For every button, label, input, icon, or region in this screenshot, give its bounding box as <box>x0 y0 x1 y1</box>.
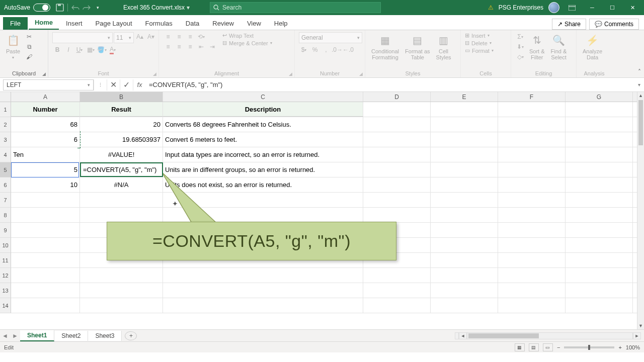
font-name-combo[interactable]: ▾ <box>52 32 113 43</box>
cell-a5[interactable]: 5 <box>11 162 80 177</box>
close-button[interactable]: ✕ <box>625 3 640 13</box>
cell[interactable] <box>566 283 633 298</box>
font-size-combo[interactable]: 11▾ <box>114 32 134 43</box>
clear-icon[interactable]: ◇▾ <box>515 52 525 61</box>
comments-button[interactable]: 💬Comments <box>589 19 639 30</box>
tab-insert[interactable]: Insert <box>60 17 89 30</box>
cell[interactable] <box>431 238 498 252</box>
cell[interactable] <box>431 102 498 117</box>
scroll-thumb[interactable] <box>638 100 643 145</box>
col-header-g[interactable]: G <box>566 92 633 102</box>
cell[interactable]: Number <box>11 102 80 117</box>
fill-icon[interactable]: ⬇▾ <box>515 42 525 51</box>
cell[interactable] <box>363 193 431 207</box>
redo-icon[interactable] <box>81 2 92 13</box>
cell[interactable] <box>11 208 80 222</box>
tab-view[interactable]: View <box>241 17 267 30</box>
cell-styles-button[interactable]: ▥Cell Styles <box>434 32 453 61</box>
page-break-view-icon[interactable]: ▭ <box>543 343 553 351</box>
active-cell[interactable]: =CONVERT(A5, "g", "m") <box>80 162 163 177</box>
cut-icon[interactable]: ✂ <box>24 32 34 41</box>
cell[interactable] <box>498 298 566 313</box>
bold-button[interactable]: B <box>52 45 62 54</box>
file-tab[interactable]: File <box>3 17 28 30</box>
cell[interactable]: 68 <box>11 117 80 132</box>
cell[interactable] <box>566 177 633 192</box>
horizontal-scrollbar[interactable]: ◄ ► <box>455 332 641 339</box>
formula-input[interactable] <box>146 79 634 90</box>
insert-cells-button[interactable]: ⊞Insert▾ <box>465 32 490 39</box>
clipboard-dialog-icon[interactable]: ◢ <box>42 71 46 76</box>
cell[interactable] <box>566 147 633 162</box>
wrap-text-button[interactable]: ↩Wrap Text <box>222 32 272 39</box>
cell[interactable] <box>363 298 431 313</box>
cell[interactable] <box>363 283 431 298</box>
row-header[interactable]: 14 <box>0 298 11 313</box>
align-left-icon[interactable]: ≡ <box>163 42 173 51</box>
enter-formula-button[interactable]: ✓ <box>120 79 133 90</box>
cell[interactable] <box>163 298 363 313</box>
cell[interactable]: Converts 68 degrees Fahrenheit to Celsiu… <box>163 117 363 132</box>
user-name[interactable]: PSG Enterprises <box>499 4 543 11</box>
save-icon[interactable] <box>54 2 65 13</box>
cell[interactable] <box>566 298 633 313</box>
cell[interactable] <box>566 223 633 237</box>
cell[interactable]: Description <box>163 102 363 117</box>
add-sheet-button[interactable]: + <box>125 331 137 340</box>
row-header[interactable]: 13 <box>0 283 11 298</box>
border-icon[interactable]: ▦▾ <box>86 45 96 54</box>
cell[interactable]: 6 <box>11 132 80 147</box>
cell[interactable] <box>363 268 431 283</box>
cell[interactable] <box>431 253 498 267</box>
vertical-scrollbar[interactable]: ▲ ▼ <box>637 92 644 329</box>
search-box[interactable]: Search <box>210 2 381 13</box>
cells-area[interactable]: Number Result Description 68 20 Converts… <box>11 102 637 329</box>
cell[interactable] <box>566 208 633 222</box>
format-as-table-button[interactable]: ▤Format as Table <box>403 32 432 61</box>
cell[interactable] <box>498 162 566 177</box>
cell[interactable] <box>498 223 566 237</box>
font-color-icon[interactable]: A▾ <box>108 45 118 54</box>
cell[interactable] <box>498 208 566 222</box>
cell[interactable] <box>566 162 633 177</box>
cell[interactable] <box>498 268 566 283</box>
sort-filter-button[interactable]: ⇅Sort & Filter <box>527 32 547 61</box>
find-select-button[interactable]: 🔍Find & Select <box>549 32 569 61</box>
fill-color-icon[interactable]: 🪣▾ <box>97 45 107 54</box>
cell[interactable] <box>431 223 498 237</box>
row-header[interactable]: 10 <box>0 238 11 253</box>
col-header-c[interactable]: C <box>163 92 363 102</box>
cell[interactable] <box>11 238 80 252</box>
cell[interactable] <box>431 283 498 298</box>
col-header-b[interactable]: B <box>80 92 163 102</box>
insert-function-button[interactable]: fx <box>133 79 146 90</box>
cell[interactable] <box>431 268 498 283</box>
undo-icon[interactable] <box>70 2 81 13</box>
row-header[interactable]: 7 <box>0 193 11 208</box>
cell[interactable] <box>498 102 566 117</box>
sheet-nav-next-icon[interactable]: ► <box>10 332 20 339</box>
cell[interactable]: 20 <box>80 117 163 132</box>
autosum-icon[interactable]: Σ▾ <box>515 32 525 41</box>
paste-button[interactable]: 📋Paste▾ <box>4 32 22 61</box>
sheet-tab[interactable]: Sheet1 <box>20 330 54 341</box>
cell[interactable] <box>80 268 163 283</box>
cell[interactable] <box>498 253 566 267</box>
cell[interactable] <box>498 283 566 298</box>
share-button[interactable]: ↗Share <box>552 19 586 30</box>
cell[interactable] <box>80 193 163 207</box>
align-center-icon[interactable]: ≡ <box>174 42 184 51</box>
namebox-dropdown-icon[interactable]: ⋮ <box>94 79 107 90</box>
alignment-dialog-icon[interactable]: ◢ <box>289 71 292 76</box>
increase-indent-icon[interactable]: ⇥ <box>207 42 217 51</box>
merge-center-button[interactable]: ⊟Merge & Center▾ <box>222 40 272 46</box>
cell[interactable] <box>431 117 498 132</box>
row-header[interactable]: 8 <box>0 208 11 223</box>
cell[interactable] <box>363 147 431 162</box>
scroll-up-icon[interactable]: ▲ <box>637 92 644 99</box>
col-header-f[interactable]: F <box>498 92 566 102</box>
minimize-button[interactable]: ─ <box>585 3 600 13</box>
align-bottom-icon[interactable]: ≡ <box>185 32 195 41</box>
cell[interactable] <box>11 268 80 283</box>
cell[interactable] <box>431 132 498 147</box>
